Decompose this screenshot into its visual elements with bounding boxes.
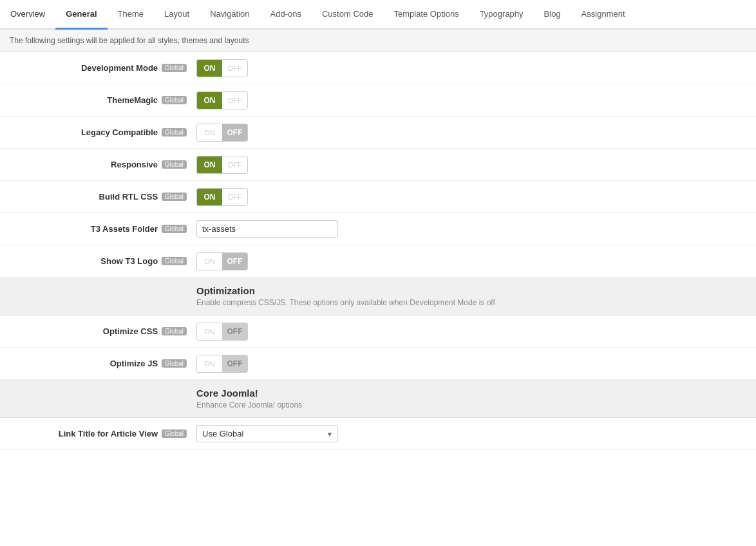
badge-link-title-article-view: Global <box>162 429 187 438</box>
setting-row-link-title-article-view: Link Title for Article ViewGlobalUse Glo… <box>0 418 756 450</box>
setting-row-t3-assets-folder: T3 Assets FolderGlobal <box>0 213 756 245</box>
control-link-title-article-view: Use GlobalYesNo▼ <box>196 425 746 442</box>
tab-theme[interactable]: Theme <box>108 0 154 30</box>
tab-overview[interactable]: Overview <box>0 0 55 30</box>
optimize-js-toggle-on: ON <box>197 355 222 372</box>
control-optimize-css: ONOFF <box>196 323 746 341</box>
badge-responsive: Global <box>162 160 187 169</box>
tab-addons[interactable]: Add-ons <box>260 0 312 30</box>
control-responsive: ONOFF <box>196 156 746 174</box>
label-area-build-rtl-css: Build RTL CSSGlobal <box>10 192 196 202</box>
section-header-optimization: OptimizationEnable compress CSS/JS. Thes… <box>0 278 756 315</box>
input-t3-assets-folder[interactable] <box>196 220 338 238</box>
tab-templateoptions[interactable]: Template Options <box>383 0 469 30</box>
tab-general[interactable]: General <box>55 0 107 30</box>
control-t3-assets-folder <box>196 220 746 238</box>
label-build-rtl-css: Build RTL CSS <box>99 192 158 202</box>
show-t3-logo-toggle-on: ON <box>197 253 222 270</box>
control-build-rtl-css: ONOFF <box>196 188 746 206</box>
label-area-legacy-compatible: Legacy CompatibleGlobal <box>10 127 196 137</box>
settings-container: Development ModeGlobalONOFFThemeMagicGlo… <box>0 52 756 450</box>
label-optimize-css: Optimize CSS <box>103 326 158 336</box>
label-area-link-title-article-view: Link Title for Article ViewGlobal <box>10 429 196 438</box>
label-area-responsive: ResponsiveGlobal <box>10 160 196 169</box>
build-rtl-css-toggle[interactable]: ONOFF <box>196 188 248 206</box>
control-show-t3-logo: ONOFF <box>196 252 746 270</box>
label-area-show-t3-logo: Show T3 LogoGlobal <box>10 256 196 266</box>
responsive-toggle-on: ON <box>197 156 222 173</box>
badge-build-rtl-css: Global <box>162 193 187 201</box>
badge-development-mode: Global <box>162 64 187 72</box>
legacy-compatible-toggle-off: OFF <box>222 124 247 141</box>
label-show-t3-logo: Show T3 Logo <box>100 256 158 266</box>
setting-row-development-mode: Development ModeGlobalONOFF <box>0 52 756 84</box>
badge-optimize-css: Global <box>162 327 187 335</box>
tab-navigation[interactable]: Navigation <box>200 0 260 30</box>
setting-row-thememagic: ThemeMagicGlobalONOFF <box>0 84 756 117</box>
label-area-thememagic: ThemeMagicGlobal <box>10 95 196 105</box>
select-wrapper-link-title-article-view: Use GlobalYesNo▼ <box>196 425 338 442</box>
control-development-mode: ONOFF <box>196 59 746 77</box>
optimize-css-toggle[interactable]: ONOFF <box>196 323 248 341</box>
section-title-core-joomla: Core Joomla! <box>196 388 746 399</box>
label-legacy-compatible: Legacy Compatible <box>81 127 158 137</box>
development-mode-toggle[interactable]: ONOFF <box>196 59 248 77</box>
section-desc-optimization: Enable compress CSS/JS. These options on… <box>196 298 746 307</box>
section-header-core-joomla: Core Joomla!Enhance Core Joomla! options <box>0 380 756 418</box>
optimize-css-toggle-on: ON <box>197 323 222 340</box>
badge-optimize-js: Global <box>162 359 187 368</box>
optimize-js-toggle[interactable]: ONOFF <box>196 355 248 373</box>
badge-show-t3-logo: Global <box>162 257 187 265</box>
tab-layout[interactable]: Layout <box>154 0 200 30</box>
label-t3-assets-folder: T3 Assets Folder <box>91 224 158 234</box>
legacy-compatible-toggle[interactable]: ONOFF <box>196 124 248 142</box>
label-responsive: Responsive <box>111 160 158 169</box>
responsive-toggle[interactable]: ONOFF <box>196 156 248 174</box>
thememagic-toggle-off: OFF <box>222 92 247 109</box>
info-bar: The following settings will be applied f… <box>0 30 756 52</box>
label-optimize-js: Optimize JS <box>110 359 158 368</box>
build-rtl-css-toggle-off: OFF <box>222 189 247 205</box>
label-area-optimize-css: Optimize CSSGlobal <box>10 326 196 336</box>
build-rtl-css-toggle-on: ON <box>197 189 222 205</box>
legacy-compatible-toggle-on: ON <box>197 124 222 141</box>
tab-bar: OverviewGeneralThemeLayoutNavigationAdd-… <box>0 0 756 30</box>
label-link-title-article-view: Link Title for Article View <box>59 429 158 438</box>
setting-row-optimize-css: Optimize CSSGlobalONOFF <box>0 315 756 348</box>
thememagic-toggle-on: ON <box>197 92 222 109</box>
label-area-optimize-js: Optimize JSGlobal <box>10 359 196 368</box>
badge-thememagic: Global <box>162 96 187 104</box>
setting-row-build-rtl-css: Build RTL CSSGlobalONOFF <box>0 181 756 213</box>
label-area-t3-assets-folder: T3 Assets FolderGlobal <box>10 224 196 234</box>
responsive-toggle-off: OFF <box>222 156 247 173</box>
optimize-css-toggle-off: OFF <box>222 323 247 340</box>
show-t3-logo-toggle-off: OFF <box>222 253 247 270</box>
control-legacy-compatible: ONOFF <box>196 124 746 142</box>
development-mode-toggle-on: ON <box>197 60 222 77</box>
select-link-title-article-view[interactable]: Use GlobalYesNo <box>196 425 338 442</box>
tab-typography[interactable]: Typography <box>469 0 534 30</box>
setting-row-show-t3-logo: Show T3 LogoGlobalONOFF <box>0 245 756 278</box>
optimize-js-toggle-off: OFF <box>222 355 247 372</box>
setting-row-legacy-compatible: Legacy CompatibleGlobalONOFF <box>0 117 756 149</box>
control-thememagic: ONOFF <box>196 91 746 109</box>
setting-row-optimize-js: Optimize JSGlobalONOFF <box>0 348 756 380</box>
tab-blog[interactable]: Blog <box>534 0 571 30</box>
badge-t3-assets-folder: Global <box>162 225 187 233</box>
setting-row-responsive: ResponsiveGlobalONOFF <box>0 149 756 181</box>
show-t3-logo-toggle[interactable]: ONOFF <box>196 252 248 270</box>
label-area-development-mode: Development ModeGlobal <box>10 63 196 73</box>
control-optimize-js: ONOFF <box>196 355 746 373</box>
label-development-mode: Development Mode <box>81 63 158 73</box>
section-desc-core-joomla: Enhance Core Joomla! options <box>196 400 746 410</box>
tab-assignment[interactable]: Assignment <box>571 0 636 30</box>
badge-legacy-compatible: Global <box>162 128 187 136</box>
tab-customcode[interactable]: Custom Code <box>312 0 383 30</box>
development-mode-toggle-off: OFF <box>222 60 247 77</box>
section-title-optimization: Optimization <box>196 285 746 296</box>
thememagic-toggle[interactable]: ONOFF <box>196 91 248 109</box>
info-text: The following settings will be applied f… <box>10 36 249 45</box>
label-thememagic: ThemeMagic <box>107 95 158 105</box>
